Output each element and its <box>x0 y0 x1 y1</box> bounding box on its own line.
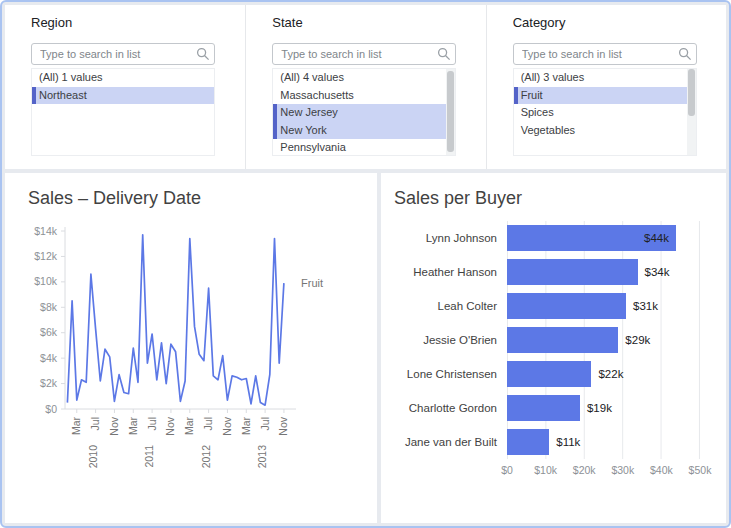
filter-list-item[interactable]: (All) 3 values <box>514 69 696 87</box>
x-axis-tick-label: $50k <box>689 464 712 476</box>
filter-list-item[interactable]: Pennsylvania <box>273 139 455 156</box>
bar-track: $22k <box>507 357 700 391</box>
bar-category-label: Lynn Johnson <box>393 232 507 244</box>
bar-value-label: $22k <box>598 368 623 380</box>
svg-text:Jul: Jul <box>146 417 158 430</box>
bar-value-label: $19k <box>587 402 612 414</box>
filter-list: (All) 3 valuesFruitSpicesVegetables <box>513 68 697 156</box>
filter-list-item[interactable]: Northeast <box>32 87 214 105</box>
filter-title: Region <box>31 15 245 30</box>
bar-row: Leah Colter$31k <box>393 289 700 323</box>
filter-list-item[interactable]: Massachusetts <box>273 87 455 105</box>
filter-list-item[interactable]: Vegetables <box>514 122 696 140</box>
search-input[interactable] <box>272 43 456 65</box>
bar-row: Jane van der Built$11k <box>393 425 700 459</box>
filter-list-item[interactable]: Fruit <box>514 87 696 105</box>
filter-list: (All) 1 valuesNortheast <box>31 68 215 156</box>
search-icon <box>678 47 692 61</box>
svg-text:$2k: $2k <box>40 377 58 389</box>
bar-category-label: Lone Christensen <box>393 368 507 380</box>
bar[interactable] <box>507 429 549 455</box>
bar-row: Heather Hanson$34k <box>393 255 700 289</box>
svg-text:2010: 2010 <box>87 445 99 469</box>
search-box <box>272 43 456 65</box>
bar-x-axis: $0$10k$20k$30k$40k$50k <box>393 459 700 479</box>
bar-track: $34k <box>507 255 700 289</box>
bar-value-label: $34k <box>645 266 670 278</box>
bar-track: $11k <box>507 425 700 459</box>
filter-list-item[interactable]: Spices <box>514 104 696 122</box>
bar-track: $31k <box>507 289 700 323</box>
bar[interactable] <box>507 327 618 353</box>
svg-text:Nov: Nov <box>108 416 120 435</box>
svg-text:2011: 2011 <box>143 445 155 468</box>
svg-text:Mar: Mar <box>240 417 252 436</box>
panel-sales-per-buyer: Sales per Buyer Lynn Johnson$44kHeather … <box>381 173 726 523</box>
bar-rows: Lynn Johnson$44kHeather Hanson$34kLeah C… <box>393 221 700 459</box>
bar[interactable] <box>507 395 580 421</box>
bar-track: $19k <box>507 391 700 425</box>
charts-row: Sales – Delivery Date $0$2k$4k$6k$8k$10k… <box>5 173 726 523</box>
svg-text:Jul: Jul <box>89 417 101 430</box>
bar-category-label: Leah Colter <box>393 300 507 312</box>
svg-text:Jul: Jul <box>202 417 214 430</box>
bar-value-label: $11k <box>556 436 580 448</box>
svg-text:2012: 2012 <box>200 445 212 469</box>
bar-row: Lone Christensen$22k <box>393 357 700 391</box>
bar-row: Jessie O'Brien$29k <box>393 323 700 357</box>
scrollbar-thumb[interactable] <box>447 71 454 152</box>
bar-track: $29k <box>507 323 700 357</box>
fruit-series-line <box>67 235 284 405</box>
bar-category-label: Jessie O'Brien <box>393 334 507 346</box>
svg-text:$10k: $10k <box>34 275 58 287</box>
bar-chart-title: Sales per Buyer <box>381 173 726 209</box>
x-axis-tick-label: $0 <box>501 464 513 476</box>
bar-category-label: Charlotte Gordon <box>393 402 507 414</box>
svg-text:$6k: $6k <box>40 326 58 338</box>
svg-text:Nov: Nov <box>221 416 233 435</box>
filter-list-item[interactable]: New Jersey <box>273 104 455 122</box>
bar-value-label: $29k <box>625 334 650 346</box>
svg-text:Mar: Mar <box>70 417 82 436</box>
filter-list-item[interactable]: New York <box>273 122 455 140</box>
filter-list-item[interactable]: (All) 4 values <box>273 69 455 87</box>
svg-text:$14k: $14k <box>34 225 58 237</box>
series-end-label: Fruit <box>301 277 323 289</box>
filter-list: (All) 4 valuesMassachusettsNew JerseyNew… <box>272 68 456 156</box>
bar[interactable] <box>507 361 591 387</box>
search-icon <box>196 47 210 61</box>
bar-category-label: Heather Hanson <box>393 266 507 278</box>
svg-text:$12k: $12k <box>34 250 58 262</box>
delivery-date-line-chart[interactable]: $0$2k$4k$6k$8k$10k$12k$14kMarJulNovMarJu… <box>9 219 369 481</box>
filter-title: Category <box>513 15 726 30</box>
filter-state: State (All) 4 valuesMassachusettsNew Jer… <box>245 5 485 169</box>
search-input[interactable] <box>31 43 215 65</box>
panel-sales-delivery-date: Sales – Delivery Date $0$2k$4k$6k$8k$10k… <box>5 173 377 523</box>
svg-text:2013: 2013 <box>256 445 268 469</box>
svg-text:$0: $0 <box>45 403 57 415</box>
svg-text:Jul: Jul <box>259 417 271 430</box>
filter-list-item[interactable]: (All) 1 values <box>32 69 214 87</box>
bar[interactable] <box>507 259 638 285</box>
svg-text:$8k: $8k <box>40 301 58 313</box>
bar[interactable] <box>507 293 626 319</box>
dashboard: Region (All) 1 valuesNortheast State <box>0 0 731 528</box>
bar-category-label: Jane van der Built <box>393 436 507 448</box>
search-box <box>513 43 697 65</box>
bar-row: Lynn Johnson$44k <box>393 221 700 255</box>
search-box <box>31 43 215 65</box>
x-axis-tick-label: $20k <box>573 464 596 476</box>
bar-track: $44k <box>507 221 700 255</box>
bar-value-label: $44k <box>644 232 669 244</box>
x-axis-tick-label: $40k <box>650 464 673 476</box>
list-scrollbar[interactable] <box>687 69 696 155</box>
scrollbar-thumb[interactable] <box>688 69 695 116</box>
svg-text:Nov: Nov <box>164 416 176 435</box>
search-input[interactable] <box>513 43 697 65</box>
svg-text:Nov: Nov <box>277 416 289 435</box>
line-chart-title: Sales – Delivery Date <box>5 173 377 209</box>
svg-text:Mar: Mar <box>183 417 195 436</box>
list-scrollbar[interactable] <box>446 69 455 155</box>
sales-per-buyer-bar-chart: Lynn Johnson$44kHeather Hanson$34kLeah C… <box>393 221 700 479</box>
svg-text:Mar: Mar <box>127 417 139 436</box>
